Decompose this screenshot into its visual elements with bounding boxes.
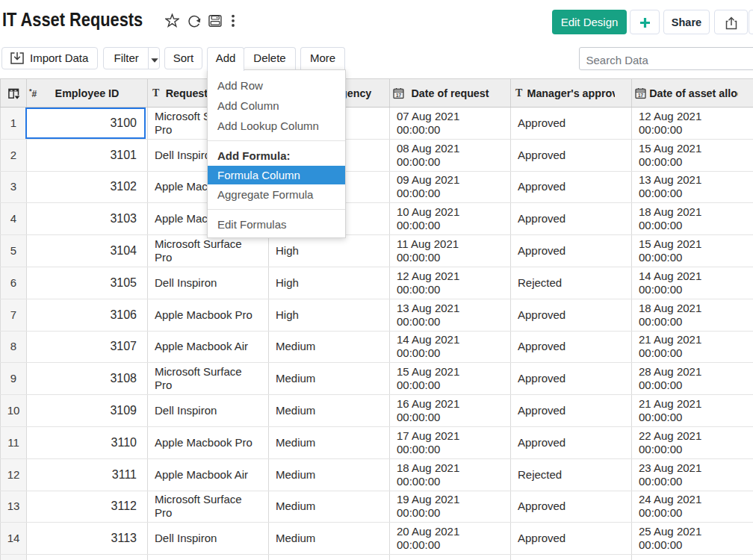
svg-text:17: 17 <box>638 92 644 97</box>
svg-text:17: 17 <box>396 92 402 97</box>
